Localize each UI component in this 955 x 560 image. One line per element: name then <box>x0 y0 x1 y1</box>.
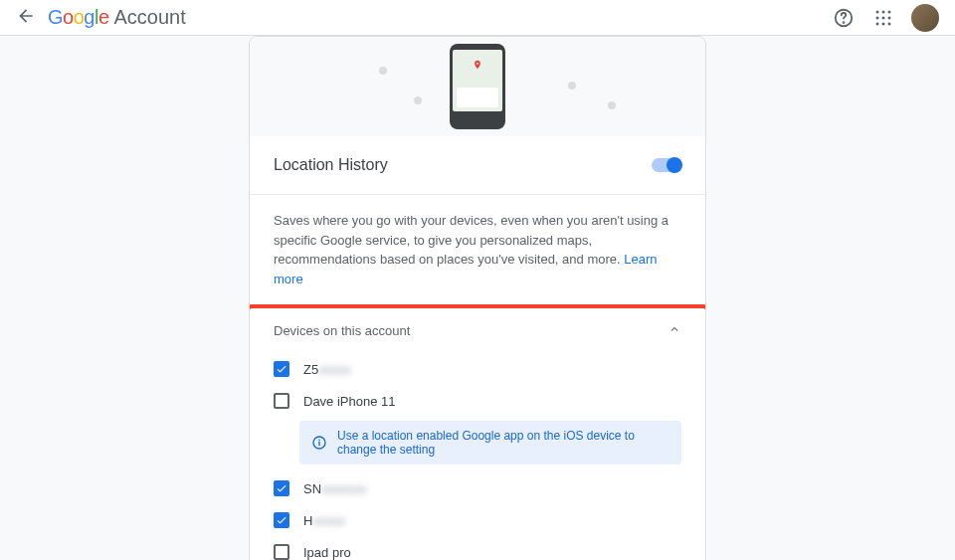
description-text: Saves where you go with your devices, ev… <box>274 213 668 267</box>
map-pin-icon <box>473 58 482 72</box>
device-checkbox[interactable] <box>274 512 289 528</box>
svg-point-8 <box>876 22 879 25</box>
devices-section-highlighted: Devices on this account Z5xxxxxDave iPho… <box>249 304 706 560</box>
svg-point-4 <box>888 10 891 13</box>
header-left: Google Account <box>16 6 186 29</box>
chevron-up-icon <box>668 322 681 339</box>
apps-grid-icon[interactable] <box>871 6 895 30</box>
device-row: Ipad pro <box>250 536 705 560</box>
device-row: Z5xxxxx <box>250 353 705 385</box>
device-row: Dave iPhone 11 <box>250 385 705 417</box>
settings-card: Location History Saves where you go with… <box>249 36 706 560</box>
svg-point-6 <box>882 16 885 19</box>
location-history-row: Location History <box>250 136 705 195</box>
svg-point-9 <box>882 22 885 25</box>
svg-point-10 <box>888 22 891 25</box>
svg-point-1 <box>844 22 845 23</box>
device-checkbox[interactable] <box>274 480 289 496</box>
location-history-toggle[interactable] <box>652 158 681 172</box>
device-name: Dave iPhone 11 <box>303 394 396 409</box>
back-arrow-icon[interactable] <box>16 6 36 29</box>
logo: Google Account <box>48 6 186 29</box>
svg-point-2 <box>876 10 879 13</box>
devices-list: Z5xxxxxDave iPhone 11Use a location enab… <box>250 353 705 560</box>
device-row: Hxxxxx <box>250 504 705 536</box>
svg-point-7 <box>888 16 891 19</box>
content-area: Location History Saves where you go with… <box>0 36 955 560</box>
device-name: SNxxxxxxx <box>303 481 367 496</box>
device-checkbox[interactable] <box>274 544 289 560</box>
svg-point-5 <box>876 16 879 19</box>
device-row: SNxxxxxxx <box>250 472 705 504</box>
ios-notice-banner: Use a location enabled Google app on the… <box>299 421 681 465</box>
header-right <box>832 4 939 32</box>
devices-header-label: Devices on this account <box>274 323 410 338</box>
illustration-area <box>250 37 705 136</box>
device-checkbox[interactable] <box>274 361 289 377</box>
app-header: Google Account <box>0 0 955 36</box>
profile-avatar[interactable] <box>911 4 939 32</box>
device-name: Z5xxxxx <box>303 362 351 377</box>
device-name: Hxxxxx <box>303 513 345 528</box>
help-icon[interactable] <box>832 6 856 30</box>
device-checkbox[interactable] <box>274 393 289 409</box>
phone-illustration <box>450 44 505 129</box>
svg-point-3 <box>882 10 885 13</box>
ios-notice-text: Use a location enabled Google app on the… <box>337 429 669 457</box>
description-block: Saves where you go with your devices, ev… <box>250 195 705 304</box>
device-name: Ipad pro <box>303 545 351 560</box>
logo-account-text: Account <box>114 6 186 29</box>
section-title: Location History <box>274 156 388 174</box>
devices-header[interactable]: Devices on this account <box>250 308 705 353</box>
